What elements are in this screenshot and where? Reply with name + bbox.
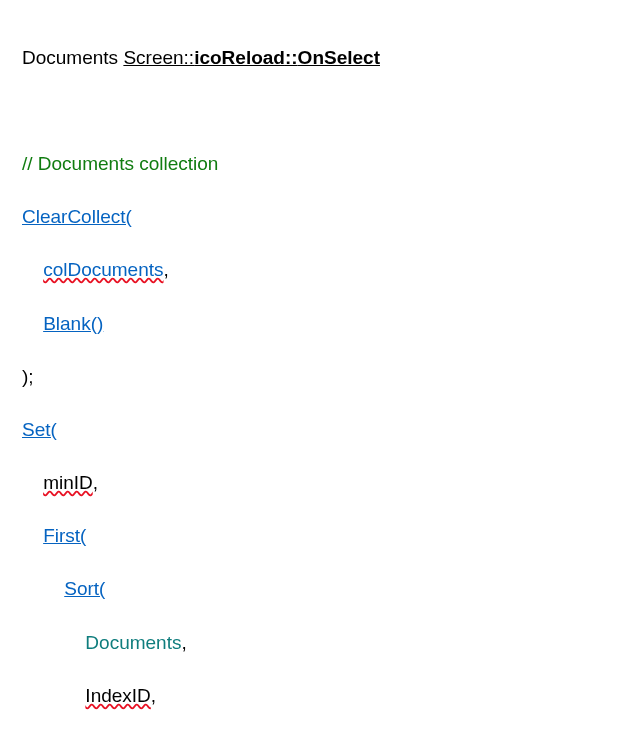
header-onselect: OnSelect [298,47,380,68]
blank-fn-line: Blank() [22,311,621,338]
indexid-id-1: IndexID [85,685,150,706]
header-line: Documents Screen::icoReload::OnSelect [22,45,621,72]
first-fn-1: First( [43,525,86,546]
minid-line: minID, [22,470,621,497]
first1-line: First( [22,523,621,550]
text-cursor [57,422,58,440]
clearcollect-line: ClearCollect( [22,204,621,231]
code-block: Documents Screen::icoReload::OnSelect //… [22,18,621,736]
blank-fn: Blank() [43,313,103,334]
coldocuments-line: colDocuments, [22,257,621,284]
documents1-line: Documents, [22,630,621,657]
set-fn-1: Set( [22,419,57,440]
coldocuments-id: colDocuments [43,259,163,280]
sort-fn-1: Sort( [64,578,105,599]
header-sep: :: [285,47,298,68]
indexid1-line: IndexID, [22,683,621,710]
set1-line: Set( [22,417,621,444]
documents-id-1: Documents [85,632,181,653]
close1-line: ); [22,364,621,391]
clearcollect-fn: ClearCollect( [22,206,132,227]
blank-line-1 [22,98,621,125]
header-ico-reload: icoReload [194,47,285,68]
minid-id: minID [43,472,93,493]
header-screen: Screen:: [123,47,194,68]
header-prefix: Documents [22,47,123,68]
sort1-line: Sort( [22,576,621,603]
comment-line: // Documents collection [22,151,621,178]
